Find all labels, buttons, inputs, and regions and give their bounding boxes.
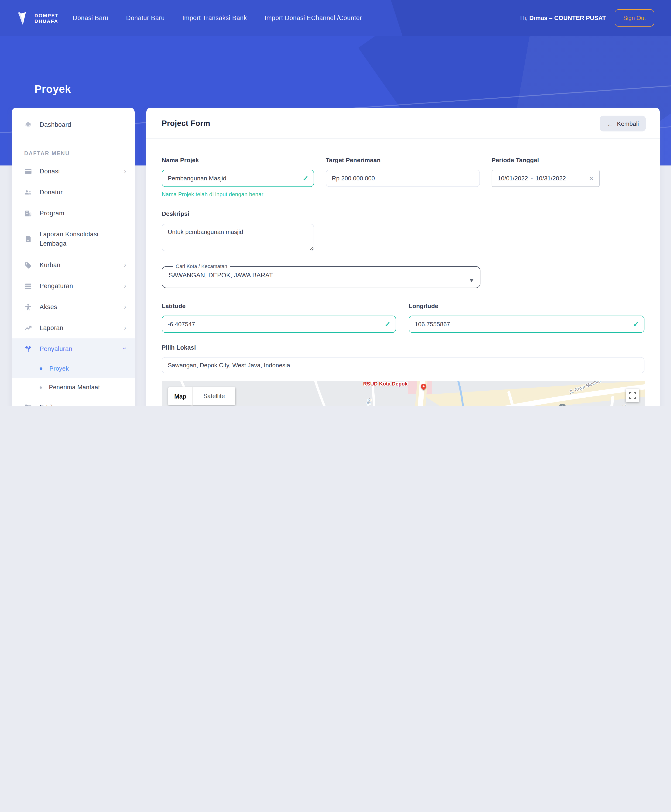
arrow-left-icon: ← xyxy=(607,119,614,128)
sidebar-item-laporan-konsolidasi[interactable]: Laporan Konsolidasi Lembaga xyxy=(12,224,135,254)
building-icon xyxy=(24,209,32,217)
nama-projek-helper: Nama Projek telah di input dengan benar xyxy=(162,191,314,198)
nama-projek-label: Nama Projek xyxy=(162,157,314,164)
chevron-right-icon: › xyxy=(124,261,126,268)
form-title: Project Form xyxy=(162,119,210,128)
nav-item-donasi-baru[interactable]: Donasi Baru xyxy=(73,14,108,21)
person-access-icon xyxy=(24,303,32,311)
map-label: RSUD Kota Depok xyxy=(363,381,408,386)
bullet-icon xyxy=(39,386,42,389)
sidebar-item-donatur[interactable]: Donatur xyxy=(12,182,135,203)
longitude-label: Longitude xyxy=(409,302,644,309)
nav-item-import-donasi[interactable]: Import Donasi EChannel /Counter xyxy=(265,14,362,21)
sidebar-subitem-proyek[interactable]: Proyek xyxy=(12,359,135,378)
sidebar-item-penyaluran[interactable]: Penyaluran › xyxy=(12,338,135,359)
map-type-control: Map Satellite xyxy=(168,387,235,405)
clear-date-icon[interactable]: ✕ xyxy=(589,175,594,182)
sidebar-active-zone: Penyaluran › Proyek xyxy=(12,338,135,378)
user-greeting: Hi, Dimas – COUNTER PUSAT xyxy=(520,14,606,21)
fullscreen-button[interactable] xyxy=(626,389,639,402)
deskripsi-textarea[interactable]: Untuk pembangunan masjid xyxy=(162,224,314,251)
split-arrows-icon xyxy=(24,345,32,353)
page: DOMPETDHUAFA Donasi Baru Donatur Baru Im… xyxy=(0,0,671,406)
back-button[interactable]: ←Kembali xyxy=(600,116,646,131)
sidebar-item-pengaturan[interactable]: Pengaturan › xyxy=(12,275,135,297)
sidebar-item-laporan[interactable]: Laporan › xyxy=(12,317,135,338)
chevron-down-icon: › xyxy=(122,347,129,350)
sidebar-item-donasi[interactable]: Donasi › xyxy=(12,161,135,182)
people-icon xyxy=(24,188,32,196)
dashboard-icon xyxy=(24,121,32,129)
chevron-right-icon: › xyxy=(124,303,126,310)
pilih-lokasi-label: Pilih Lokasi xyxy=(162,344,644,351)
card-icon xyxy=(24,167,32,175)
sidebar-item-kurban[interactable]: Kurban › xyxy=(12,254,135,275)
brand-name: DOMPETDHUAFA xyxy=(34,12,59,24)
folder-icon xyxy=(24,403,32,406)
nav-item-donatur-baru[interactable]: Donatur Baru xyxy=(126,14,165,21)
dropdown-arrow-icon xyxy=(470,279,473,282)
page-title: Proyek xyxy=(34,83,71,96)
map-label: Gg. Poncol xyxy=(367,398,372,406)
check-icon: ✓ xyxy=(633,320,639,328)
kota-label: Cari Kota / Kecamatan xyxy=(173,263,230,269)
periode-tanggal-label: Periode Tanggal xyxy=(492,157,600,164)
satellite-button[interactable]: Satellite xyxy=(192,387,235,405)
target-penerimaan-label: Target Penerimaan xyxy=(326,157,480,164)
latitude-input[interactable]: -6.407547✓ xyxy=(162,316,396,333)
navbar-menu: Donasi Baru Donatur Baru Import Transaks… xyxy=(73,14,362,21)
chart-icon xyxy=(24,324,32,332)
nav-item-import-transaksi[interactable]: Import Transaksi Bank xyxy=(182,14,247,21)
sidebar-item-elibrary[interactable]: E-Library xyxy=(12,397,135,406)
sidebar-item-dashboard[interactable]: Dashboard xyxy=(12,114,135,135)
nama-projek-input[interactable]: Pembangunan Masjid✓ xyxy=(162,170,314,187)
tag-icon xyxy=(24,261,32,269)
chevron-right-icon: › xyxy=(124,324,126,331)
longitude-input[interactable]: 106.7555867✓ xyxy=(409,316,644,333)
project-form-card: Project Form ←Kembali Nama Projek Pemban… xyxy=(146,107,660,406)
kota-select[interactable]: Cari Kota / Kecamatan SAWANGAN, DEPOK, J… xyxy=(162,263,480,288)
sidebar-item-akses[interactable]: Akses › xyxy=(12,297,135,317)
google-map[interactable]: RSUD Kota DepokJl. Raya MuchtaPuskesmas … xyxy=(162,381,645,406)
sidebar-item-program[interactable]: Program xyxy=(12,203,135,224)
map-button[interactable]: Map xyxy=(168,393,192,400)
dompet-dhuafa-logo-icon xyxy=(17,10,31,26)
target-penerimaan-input[interactable]: Rp 200.000.000 xyxy=(326,170,480,187)
bullet-icon xyxy=(39,367,43,370)
sign-out-button[interactable]: Sign Out xyxy=(615,9,654,27)
deskripsi-label: Deskripsi xyxy=(162,210,644,217)
top-navbar: DOMPETDHUAFA Donasi Baru Donatur Baru Im… xyxy=(0,0,671,36)
latitude-label: Latitude xyxy=(162,302,396,309)
chevron-right-icon: › xyxy=(124,167,126,174)
pilih-lokasi-input[interactable]: Sawangan, Depok City, West Java, Indones… xyxy=(162,357,644,374)
sidebar-subitem-penerima-manfaat[interactable]: Penerima Manfaat xyxy=(12,378,135,397)
check-icon: ✓ xyxy=(303,174,308,183)
sidebar-section-label: DAFTAR MENU xyxy=(12,150,135,156)
periode-tanggal-input[interactable]: 10/01/2022-10/31/2022✕ xyxy=(492,170,600,187)
chevron-right-icon: › xyxy=(124,282,126,289)
brand-logo[interactable]: DOMPETDHUAFA xyxy=(17,10,59,26)
list-settings-icon xyxy=(24,282,32,290)
check-icon: ✓ xyxy=(385,320,390,328)
sidebar: Dashboard DAFTAR MENU Donasi › Donatur P… xyxy=(12,107,135,406)
document-icon xyxy=(24,235,32,243)
